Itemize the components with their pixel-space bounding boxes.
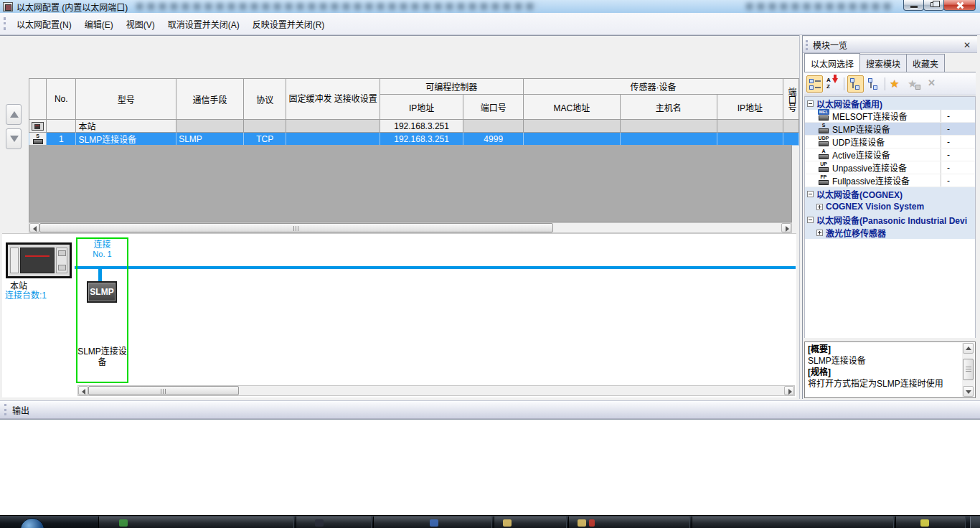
- menu-ethernet-config[interactable]: 以太网配置(N): [10, 14, 78, 34]
- collapse-icon[interactable]: [807, 191, 814, 197]
- collapse-tree-button[interactable]: [847, 75, 864, 93]
- spec-tag: [规格]: [808, 367, 972, 378]
- scroll-down-button[interactable]: [963, 386, 974, 397]
- cell-no[interactable]: 1: [47, 133, 76, 146]
- cell-sensor-ip[interactable]: [717, 133, 783, 146]
- collapse-icon[interactable]: [807, 217, 814, 223]
- start-button[interactable]: [20, 518, 44, 528]
- scrollbar-thumb[interactable]: [39, 223, 553, 232]
- menu-grip[interactable]: [4, 17, 6, 30]
- move-row-up-button[interactable]: [6, 104, 22, 125]
- cell-plc-ip[interactable]: 192.168.3.251: [380, 120, 463, 133]
- tree-item-active[interactable]: A Active连接设备 -: [805, 148, 975, 161]
- cell-plc-port[interactable]: 4999: [463, 133, 524, 146]
- cell-host[interactable]: [620, 133, 717, 146]
- list-view-button[interactable]: [806, 75, 823, 93]
- taskbar-button[interactable]: [692, 517, 894, 528]
- scroll-left-button[interactable]: [78, 386, 88, 395]
- output-content[interactable]: [0, 419, 980, 514]
- right-arrow-icon: [786, 226, 789, 232]
- col-header-mac: MAC地址: [523, 95, 620, 120]
- slmp-device-node[interactable]: SLMP: [87, 281, 117, 303]
- cell-comm[interactable]: SLMP: [176, 133, 244, 146]
- expand-tree-button[interactable]: [865, 75, 882, 93]
- scroll-right-button[interactable]: [784, 386, 794, 395]
- cell-plc-port: [463, 120, 524, 133]
- info-v-scrollbar[interactable]: [962, 343, 974, 397]
- tree-item-unpassive[interactable]: UP Unpassive连接设备 -: [805, 161, 975, 174]
- close-button[interactable]: [943, 0, 976, 11]
- output-panel-header[interactable]: 输出: [0, 400, 980, 419]
- taskbar-button[interactable]: [373, 517, 492, 528]
- taskbar: [0, 515, 980, 528]
- taskbar-button[interactable]: [895, 517, 966, 528]
- scroll-right-button[interactable]: [781, 223, 791, 232]
- restore-button[interactable]: [923, 0, 944, 11]
- restore-icon: [930, 2, 936, 7]
- panel-close-button[interactable]: ✕: [961, 39, 973, 51]
- cell-protocol: [243, 120, 286, 133]
- table-row-slmp-device[interactable]: S 1 SLMP连接设备 SLMP TCP 192.168.3.251 4999: [29, 133, 799, 146]
- taskbar-button[interactable]: [98, 517, 294, 528]
- show-desktop-button[interactable]: [970, 517, 980, 528]
- tab-favorites[interactable]: 收藏夹: [906, 54, 945, 72]
- slmp-device-label: SLMP连接设备: [77, 346, 128, 368]
- tree-item-melsoft[interactable]: MEL MELSOFT连接设备 -: [805, 110, 975, 123]
- tab-search-module[interactable]: 搜索模块: [859, 54, 907, 72]
- tree-item-slmp[interactable]: S SLMP连接设备 -: [805, 123, 975, 136]
- tree-group-cognex-vision[interactable]: COGNEX Vision System: [805, 200, 975, 213]
- scroll-up-button[interactable]: [963, 343, 974, 354]
- favorites-star-button[interactable]: ★: [888, 75, 905, 93]
- cell-mac[interactable]: [523, 133, 620, 146]
- cell-model[interactable]: SLMP连接设备: [76, 133, 176, 146]
- cell-sensor-port[interactable]: [783, 133, 798, 146]
- tree-group-panasonic[interactable]: 以太网设备(Panasonic Industrial Devi: [805, 213, 975, 226]
- table-empty-area: [29, 145, 792, 222]
- app-icon: [589, 519, 595, 527]
- tree-item-fullpassive[interactable]: FP Fullpassive连接设备 -: [805, 174, 975, 187]
- taskbar-button[interactable]: [494, 517, 567, 528]
- sort-az-button[interactable]: AZ: [824, 75, 841, 93]
- move-row-down-button[interactable]: [6, 128, 22, 149]
- app-icon: [430, 519, 438, 527]
- cell-model[interactable]: 本站: [76, 120, 176, 133]
- menu-apply-and-close[interactable]: 反映设置并关闭(R): [246, 14, 331, 34]
- table-h-scrollbar[interactable]: [29, 222, 792, 233]
- diagram-h-scrollbar[interactable]: [77, 385, 795, 396]
- tree-group-cognex[interactable]: 以太网设备(COGNEX): [805, 187, 975, 200]
- expand-icon[interactable]: [816, 204, 823, 210]
- close-icon: [956, 2, 964, 9]
- scrollbar-thumb[interactable]: [963, 359, 974, 380]
- scrollbar-thumb[interactable]: [88, 386, 239, 395]
- scroll-left-button[interactable]: [29, 223, 39, 232]
- menu-view[interactable]: 视图(V): [120, 14, 161, 34]
- menu-cancel-and-close[interactable]: 取消设置并关闭(A): [161, 14, 246, 34]
- minimize-button[interactable]: [903, 0, 924, 11]
- delete-favorite-button[interactable]: ✕: [924, 75, 941, 93]
- panel-grip[interactable]: [4, 404, 6, 415]
- menu-edit[interactable]: 编辑(E): [78, 14, 120, 34]
- unpassive-device-icon: UP: [818, 163, 829, 172]
- tab-ethernet-selection[interactable]: 以太网选择: [804, 53, 860, 72]
- cell-protocol[interactable]: TCP: [243, 133, 286, 146]
- add-favorite-button[interactable]: ★: [906, 75, 923, 93]
- minimize-icon: [910, 6, 918, 8]
- host-station-image[interactable]: [6, 242, 72, 278]
- tree-item-udp[interactable]: UDP UDP连接设备 -: [805, 136, 975, 148]
- taskbar-button[interactable]: [296, 517, 372, 528]
- taskbar-button[interactable]: [568, 517, 690, 528]
- table-row-host[interactable]: 本站 192.168.3.251: [29, 120, 799, 133]
- tree-group-ethernet-general[interactable]: 以太网设备(通用): [805, 97, 975, 110]
- cell-plc-ip[interactable]: 192.168.3.251: [380, 133, 463, 146]
- collapse-icon[interactable]: [807, 100, 814, 107]
- cell-fixed-buffer[interactable]: [286, 133, 380, 146]
- title-bar[interactable]: 以太网配置 (内置以太网端口): [0, 0, 980, 13]
- summary-tag: [概要]: [808, 344, 972, 355]
- melsoft-device-icon: MEL: [818, 111, 829, 121]
- cell-no[interactable]: [47, 120, 76, 133]
- module-panel-header[interactable]: 模块一览 ✕: [803, 37, 977, 53]
- expand-icon[interactable]: [816, 230, 823, 236]
- tree-group-laser-sensor[interactable]: 激光位移传感器: [805, 226, 975, 239]
- app-icon: [3, 2, 13, 11]
- panel-grip[interactable]: [806, 40, 808, 50]
